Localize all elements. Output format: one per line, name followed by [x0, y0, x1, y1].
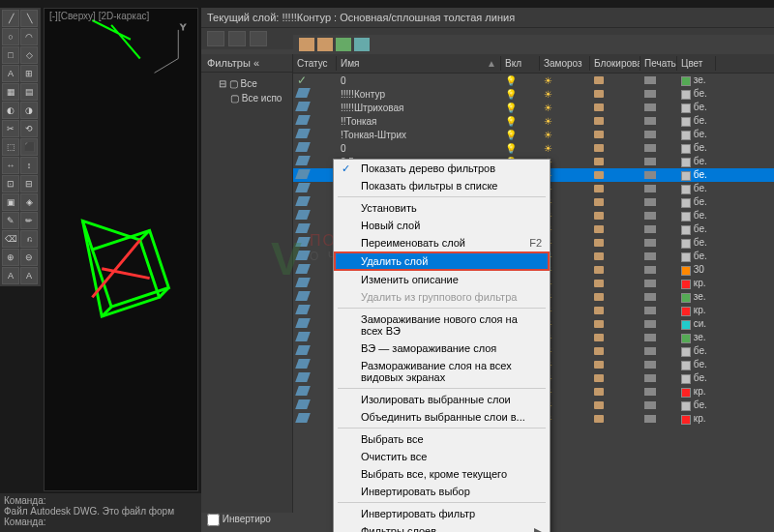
tool-btn[interactable]: ⎌	[20, 230, 38, 248]
layer-refresh-icon[interactable]	[354, 38, 370, 51]
menu-item[interactable]: Фильтры слоев▶	[334, 522, 550, 532]
tool-btn[interactable]: ⟲	[20, 120, 38, 137]
tool-btn[interactable]: ✏	[20, 212, 38, 229]
tool-btn[interactable]: ✂	[2, 120, 19, 137]
bulb-icon[interactable]: 💡	[505, 130, 517, 140]
lock-icon[interactable]	[594, 320, 604, 328]
print-icon[interactable]	[644, 198, 656, 206]
filter-tree[interactable]: ⊟ ▢ Все ▢ Все испо	[201, 73, 292, 109]
lock-icon[interactable]	[594, 212, 604, 220]
layer-row[interactable]: !!!!!Контур💡☀ бе.	[293, 87, 774, 101]
toolbar-btn[interactable]	[207, 31, 224, 46]
bulb-icon[interactable]: 💡	[505, 143, 517, 154]
sun-icon[interactable]: ☀	[544, 75, 552, 86]
lock-icon[interactable]	[594, 307, 604, 314]
bulb-icon[interactable]: 💡	[505, 103, 517, 113]
sun-icon[interactable]: ☀	[544, 89, 552, 100]
col-color[interactable]: Цвет	[677, 56, 716, 71]
layer-row[interactable]: !!!!!Штриховая💡☀ бе.	[293, 101, 774, 114]
print-icon[interactable]	[644, 266, 656, 274]
print-icon[interactable]	[644, 117, 656, 125]
tool-btn[interactable]: ⊟	[20, 175, 38, 192]
print-icon[interactable]	[644, 144, 656, 152]
tool-btn[interactable]: A	[20, 267, 38, 284]
col-lock[interactable]: Блокирова	[590, 56, 640, 71]
tool-btn[interactable]: ◠	[20, 28, 38, 45]
print-icon[interactable]	[644, 225, 656, 233]
command-line[interactable]: Команда: Файл Autodesk DWG. Это файл фор…	[0, 493, 201, 532]
lock-icon[interactable]	[594, 280, 604, 287]
menu-item[interactable]: Выбрать все, кроме текущего	[334, 465, 550, 483]
lock-icon[interactable]	[594, 347, 604, 355]
lock-icon[interactable]	[594, 361, 604, 369]
menu-item[interactable]: ✓Показать дерево фильтров	[334, 160, 550, 177]
sun-icon[interactable]: ☀	[544, 103, 552, 113]
print-icon[interactable]	[644, 320, 656, 328]
menu-item[interactable]: Очистить все	[334, 448, 550, 465]
print-icon[interactable]	[644, 103, 656, 111]
lock-icon[interactable]	[594, 401, 604, 409]
layer-row[interactable]: !Тонкая-Штрих💡☀ бе.	[293, 128, 774, 141]
print-icon[interactable]	[644, 401, 656, 409]
tool-btn[interactable]: ▣	[2, 193, 19, 211]
menu-item[interactable]: Переименовать слойF2	[334, 234, 550, 251]
menu-item[interactable]: Изолировать выбранные слои	[334, 391, 550, 408]
col-status[interactable]: Статус	[293, 56, 337, 71]
print-icon[interactable]	[644, 239, 656, 247]
menu-item[interactable]: Установить	[334, 199, 550, 217]
lock-icon[interactable]	[594, 144, 604, 152]
menu-item[interactable]: Инвертировать выбор	[334, 483, 550, 500]
lock-icon[interactable]	[594, 266, 604, 274]
tool-btn[interactable]: ⊖	[20, 249, 38, 266]
menu-item[interactable]: Объединить выбранные слои в...	[334, 408, 550, 426]
tool-btn[interactable]: ⊡	[2, 175, 19, 192]
print-icon[interactable]	[644, 361, 656, 369]
layer-row[interactable]: 0💡☀ бе.	[293, 141, 774, 155]
toolbar-btn[interactable]	[250, 31, 267, 46]
tool-btn[interactable]: ◑	[20, 102, 38, 119]
col-freeze[interactable]: Замороз	[540, 56, 590, 71]
tool-btn[interactable]: ◇	[20, 46, 38, 64]
lock-icon[interactable]	[594, 158, 604, 165]
tool-btn[interactable]: ⌫	[2, 230, 19, 248]
tool-btn[interactable]: ╱	[2, 10, 19, 27]
layer-states-icon[interactable]	[336, 38, 351, 51]
print-icon[interactable]	[644, 334, 656, 341]
print-icon[interactable]	[644, 90, 656, 98]
lock-icon[interactable]	[594, 103, 604, 111]
print-icon[interactable]	[644, 415, 656, 423]
menu-item[interactable]: Инвертировать фильтр	[334, 505, 550, 522]
menu-item[interactable]: Размораживание слоя на всех видовых экра…	[334, 357, 550, 386]
toolbar-btn[interactable]	[228, 31, 246, 46]
tool-btn[interactable]: ○	[2, 28, 19, 45]
tool-btn[interactable]: ⊕	[2, 249, 19, 266]
lock-icon[interactable]	[594, 171, 604, 179]
print-icon[interactable]	[644, 131, 656, 138]
print-icon[interactable]	[644, 158, 656, 165]
tool-btn[interactable]: ▦	[2, 83, 19, 101]
tool-btn[interactable]: ⊞	[20, 65, 38, 82]
bulb-icon[interactable]: 💡	[505, 75, 517, 86]
menu-item[interactable]: Выбрать все	[334, 430, 550, 448]
tool-btn[interactable]: A	[2, 65, 19, 82]
lock-icon[interactable]	[594, 198, 604, 206]
invert-filter-checkbox[interactable]: Инвертиро	[201, 512, 277, 528]
print-icon[interactable]	[644, 374, 656, 382]
col-name[interactable]: Имя ▲	[337, 56, 501, 71]
print-icon[interactable]	[644, 347, 656, 355]
tool-btn[interactable]: ✎	[2, 212, 19, 229]
tool-btn[interactable]: □	[2, 46, 19, 64]
layer-row[interactable]: ✓0💡☀ зе.	[293, 74, 774, 87]
lock-icon[interactable]	[594, 334, 604, 341]
lock-icon[interactable]	[594, 415, 604, 423]
tool-btn[interactable]: ⬛	[20, 138, 38, 156]
lock-icon[interactable]	[594, 185, 604, 192]
lock-icon[interactable]	[594, 388, 604, 396]
col-print[interactable]: Печать	[640, 56, 677, 71]
menu-item[interactable]: ВЭ — замораживание слоя	[334, 340, 550, 357]
lock-icon[interactable]	[594, 252, 604, 260]
tool-btn[interactable]: ◈	[20, 193, 38, 211]
menu-item[interactable]: Замораживание нового слоя на всех ВЭ	[334, 310, 550, 340]
menu-item[interactable]: Удалить слой	[334, 251, 550, 271]
bulb-icon[interactable]: 💡	[505, 89, 517, 100]
